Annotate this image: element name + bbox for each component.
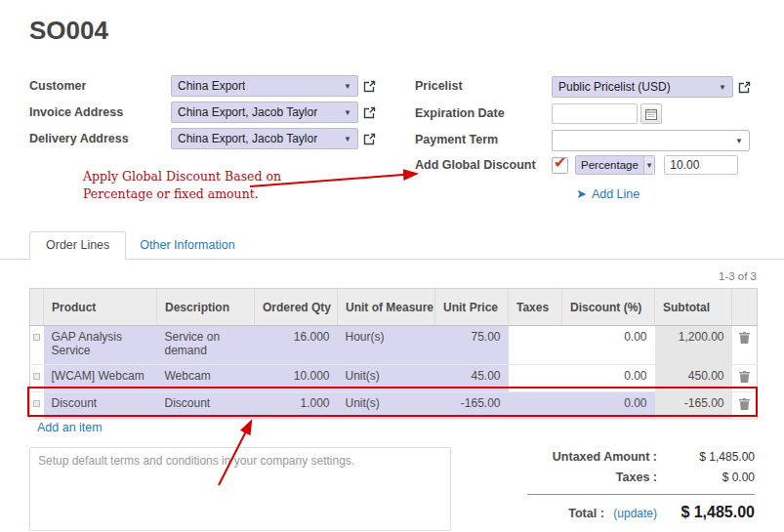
- discount-amount-input[interactable]: [664, 155, 738, 175]
- cell-qty[interactable]: 1.000: [255, 392, 338, 420]
- payment-term-select[interactable]: ▼: [552, 130, 750, 151]
- annotation-global-discount: Apply Global Discount Based on Percentag…: [83, 168, 293, 202]
- drag-handle-icon[interactable]: [33, 373, 40, 380]
- column-header-uom[interactable]: Unit of Measure: [338, 289, 435, 326]
- calendar-icon[interactable]: [640, 103, 662, 124]
- column-header-qty[interactable]: Ordered Qty: [255, 289, 338, 326]
- chevron-down-icon: ▼: [735, 137, 743, 145]
- row-handle[interactable]: [30, 392, 44, 420]
- checkmark-icon: ✔: [554, 153, 566, 172]
- tab-other-information[interactable]: Other Information: [126, 232, 248, 259]
- chevron-down-icon: ▼: [344, 135, 351, 143]
- totals-divider: [527, 494, 755, 495]
- cell-product[interactable]: GAP Analysis Service: [44, 326, 157, 365]
- cell-qty[interactable]: 10.000: [255, 365, 338, 392]
- invoice-address-label: Invoice Address: [29, 105, 123, 119]
- pager: 1-3 of 3: [719, 270, 757, 282]
- delete-row-icon[interactable]: [732, 392, 758, 420]
- terms-placeholder: Setup default terms and conditions in yo…: [38, 454, 354, 468]
- update-total-link[interactable]: (update): [613, 507, 657, 520]
- terms-textarea[interactable]: Setup default terms and conditions in yo…: [29, 447, 451, 531]
- untaxed-amount-label: Untaxed Amount :: [527, 450, 657, 464]
- cell-discount[interactable]: 0.00: [562, 326, 655, 365]
- total-label: Total :: [568, 507, 604, 520]
- drag-handle-icon[interactable]: [33, 334, 40, 341]
- taxes-value: $ 0.00: [657, 471, 755, 484]
- cell-discount[interactable]: 0.00: [562, 392, 655, 420]
- column-header-product[interactable]: Product: [44, 289, 157, 326]
- sale-order-form: SO004 Customer Invoice Address Delivery …: [0, 0, 784, 532]
- cell-description[interactable]: Webcam: [157, 365, 255, 392]
- untaxed-amount-value: $ 1,485.00: [657, 450, 755, 464]
- global-discount-checkbox[interactable]: ✔: [552, 157, 568, 174]
- table-row-discount[interactable]: Discount Discount 1.000 Unit(s) -165.00 …: [30, 392, 758, 420]
- column-header-handle: [30, 289, 44, 326]
- cell-uom[interactable]: Unit(s): [338, 392, 435, 420]
- column-header-description[interactable]: Description: [157, 289, 255, 326]
- delete-row-icon[interactable]: [732, 326, 758, 365]
- cell-price[interactable]: 45.00: [435, 365, 509, 392]
- column-header-subtotal[interactable]: Subtotal: [655, 289, 732, 326]
- drag-handle-icon[interactable]: [33, 400, 40, 407]
- delivery-address-label: Delivery Address: [29, 132, 129, 145]
- order-lines-table: Product Description Ordered Qty Unit of …: [29, 288, 758, 420]
- delete-row-icon[interactable]: [732, 365, 758, 392]
- annotation-line: Percentage or fixed amount.: [83, 185, 293, 203]
- table-row[interactable]: [WCAM] Webcam Webcam 10.000 Unit(s) 45.0…: [30, 365, 758, 392]
- delivery-address-select[interactable]: China Export, Jacob Taylor ▼: [171, 128, 358, 149]
- tab-order-lines[interactable]: Order Lines: [29, 231, 126, 260]
- column-header-price[interactable]: Unit Price: [435, 289, 509, 326]
- row-handle[interactable]: [30, 365, 44, 392]
- cell-taxes[interactable]: [509, 326, 562, 365]
- notebook-tabs: Order Lines Other Information: [0, 231, 784, 260]
- discount-type-value: Percentage: [576, 159, 643, 171]
- expiration-date-label: Expiration Date: [415, 106, 505, 120]
- cell-subtotal: -165.00: [655, 392, 732, 420]
- table-header-row: Product Description Ordered Qty Unit of …: [30, 289, 758, 326]
- cell-uom[interactable]: Hour(s): [338, 326, 435, 365]
- add-line-link[interactable]: Add Line: [592, 187, 640, 201]
- add-an-item-link[interactable]: Add an item: [37, 421, 103, 434]
- annotation-line: Apply Global Discount Based on: [83, 168, 293, 185]
- cell-taxes[interactable]: [509, 365, 562, 392]
- external-link-icon[interactable]: [363, 106, 376, 119]
- cell-discount[interactable]: 0.00: [562, 365, 655, 392]
- cell-uom[interactable]: Unit(s): [338, 365, 435, 392]
- cell-price[interactable]: 75.00: [435, 326, 509, 365]
- cell-subtotal: 450.00: [655, 365, 732, 392]
- payment-term-label: Payment Term: [415, 133, 498, 146]
- pricelist-label: Pricelist: [415, 79, 463, 93]
- global-discount-label: Add Global Discount: [415, 158, 536, 172]
- cell-description[interactable]: Service on demand: [157, 326, 255, 365]
- external-link-icon[interactable]: [363, 80, 376, 93]
- invoice-address-select[interactable]: China Export, Jacob Taylor ▼: [171, 102, 358, 123]
- invoice-address-value: China Export, Jacob Taylor: [178, 105, 317, 119]
- cell-subtotal: 1,200.00: [655, 326, 732, 365]
- cell-price[interactable]: -165.00: [435, 392, 509, 420]
- discount-type-select[interactable]: Percentage ▾: [575, 155, 655, 175]
- pricelist-select[interactable]: Public Pricelist (USD) ▼: [552, 76, 733, 98]
- row-handle[interactable]: [30, 326, 44, 365]
- expiration-date-input[interactable]: [552, 103, 638, 124]
- cell-taxes[interactable]: [509, 392, 562, 420]
- chevron-down-icon: ▾: [643, 156, 655, 174]
- total-value: $ 1,485.00: [657, 504, 755, 521]
- customer-value: China Export: [178, 79, 245, 93]
- column-header-discount[interactable]: Discount (%): [562, 289, 655, 326]
- external-link-icon[interactable]: [363, 133, 376, 145]
- cell-product[interactable]: [WCAM] Webcam: [44, 365, 157, 392]
- customer-label: Customer: [29, 79, 86, 93]
- external-link-icon[interactable]: [738, 81, 751, 94]
- column-header-taxes[interactable]: Taxes: [509, 289, 562, 326]
- cell-description[interactable]: Discount: [157, 392, 255, 420]
- table-row[interactable]: GAP Analysis Service Service on demand 1…: [30, 326, 758, 365]
- chevron-down-icon: ▼: [344, 82, 351, 91]
- page-title: SO004: [29, 16, 108, 46]
- column-header-delete: [732, 289, 758, 326]
- cell-product[interactable]: Discount: [44, 392, 157, 420]
- totals-panel: Untaxed Amount : $ 1,485.00 Taxes : $ 0.…: [527, 450, 755, 528]
- chevron-down-icon: ▼: [719, 83, 726, 92]
- customer-select[interactable]: China Export ▼: [171, 75, 358, 97]
- delivery-address-value: China Export, Jacob Taylor: [178, 132, 317, 145]
- cell-qty[interactable]: 16.000: [255, 326, 338, 365]
